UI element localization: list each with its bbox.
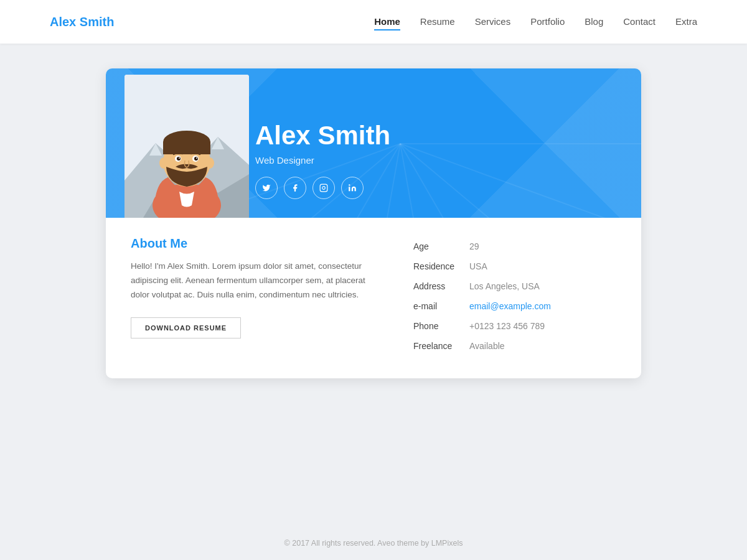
facebook-icon[interactable]	[284, 177, 306, 199]
info-label: Address	[411, 276, 467, 296]
svg-point-11	[205, 157, 214, 169]
main-content: Alex Smith Web Designer	[0, 44, 747, 526]
svg-rect-9	[163, 142, 210, 154]
info-row: Age29	[411, 236, 616, 256]
avatar-wrapper	[125, 75, 249, 218]
svg-point-10	[159, 157, 168, 169]
svg-point-16	[179, 157, 180, 159]
info-row: e-mailemail@example.com	[411, 296, 616, 316]
hero-title: Web Designer	[255, 155, 390, 166]
about-heading: About Me	[131, 236, 386, 251]
about-heading-black: About	[131, 236, 170, 250]
info-row: FreelanceAvailable	[411, 336, 616, 356]
info-value[interactable]: email@example.com	[467, 296, 616, 316]
info-table: Age29ResidenceUSAAddressLos Angeles, USA…	[411, 236, 616, 356]
info-row: Phone+0123 123 456 789	[411, 316, 616, 336]
svg-point-15	[194, 157, 198, 161]
info-value: 29	[467, 236, 616, 256]
nav-link-resume[interactable]: Resume	[420, 16, 455, 27]
hero-ray	[400, 144, 444, 218]
info-label: Freelance	[411, 336, 467, 356]
info-value: Los Angeles, USA	[467, 276, 616, 296]
nav-link-portfolio[interactable]: Portfolio	[530, 16, 565, 27]
about-section: About Me Hello! I'm Alex Smith. Lorem ip…	[106, 218, 641, 378]
info-value: USA	[467, 256, 616, 276]
info-row: ResidenceUSA	[411, 256, 616, 276]
info-label: e-mail	[411, 296, 467, 316]
nav-link-blog[interactable]: Blog	[585, 16, 603, 27]
nav-item-contact[interactable]: Contact	[623, 16, 655, 27]
hero-section: Alex Smith Web Designer	[106, 68, 641, 218]
hero-ray	[400, 144, 525, 218]
nav-item-resume[interactable]: Resume	[420, 16, 455, 27]
instagram-icon[interactable]	[312, 177, 335, 199]
nav-links: HomeResumeServicesPortfolioBlogContactEx…	[374, 16, 697, 27]
nav-link-services[interactable]: Services	[475, 16, 511, 27]
nav-item-blog[interactable]: Blog	[585, 16, 603, 27]
download-resume-button[interactable]: DOWNLOAD RESUME	[131, 317, 241, 338]
info-value: Available	[467, 336, 616, 356]
info-label: Residence	[411, 256, 467, 276]
hero-info: Alex Smith Web Designer	[255, 121, 390, 199]
svg-point-20	[349, 184, 350, 185]
avatar-illustration	[125, 75, 249, 218]
info-value: +0123 123 456 789	[467, 316, 616, 336]
profile-card: Alex Smith Web Designer	[106, 68, 641, 378]
info-label: Age	[411, 236, 467, 256]
site-logo[interactable]: Alex Smith	[50, 15, 114, 29]
about-left: About Me Hello! I'm Alex Smith. Lorem ip…	[125, 236, 386, 356]
logo-black: Alex	[50, 15, 80, 29]
footer-text: © 2017 All rights reserved. Aveo theme b…	[284, 539, 463, 548]
info-row: AddressLos Angeles, USA	[411, 276, 616, 296]
twitter-icon[interactable]	[255, 177, 278, 199]
about-right: Age29ResidenceUSAAddressLos Angeles, USA…	[411, 236, 616, 356]
social-icons	[255, 177, 390, 199]
hero-name: Alex Smith	[255, 121, 390, 150]
svg-point-17	[196, 157, 197, 159]
nav-item-portfolio[interactable]: Portfolio	[530, 16, 565, 27]
hero-ray	[400, 143, 641, 144]
nav-link-contact[interactable]: Contact	[623, 16, 655, 27]
nav-item-home[interactable]: Home	[374, 16, 400, 27]
nav-link-home[interactable]: Home	[374, 16, 400, 30]
hero-ray	[400, 143, 591, 218]
about-bio: Hello! I'm Alex Smith. Lorem ipsum dolor…	[131, 259, 386, 302]
navbar: Alex Smith HomeResumeServicesPortfolioBl…	[0, 0, 747, 44]
nav-link-extra[interactable]: Extra	[675, 16, 697, 27]
logo-blue: Smith	[80, 15, 115, 29]
linkedin-icon[interactable]	[341, 177, 364, 199]
svg-rect-18	[320, 184, 327, 192]
hero-ray	[400, 143, 635, 218]
about-heading-blue: Me	[170, 236, 187, 250]
nav-item-extra[interactable]: Extra	[675, 16, 697, 27]
info-label: Phone	[411, 316, 467, 336]
footer: © 2017 All rights reserved. Aveo theme b…	[0, 526, 747, 560]
svg-point-14	[177, 157, 181, 161]
nav-item-services[interactable]: Services	[475, 16, 511, 27]
